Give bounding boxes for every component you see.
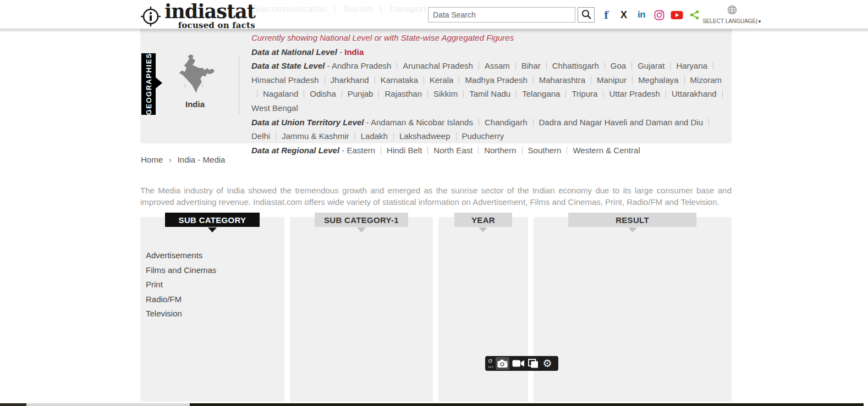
geo-item[interactable]: Kerala [430,75,453,85]
geo-item[interactable]: Punjab [348,89,373,98]
separator [456,132,457,140]
geo-item[interactable]: Goa [611,61,626,70]
geo-level: Data at National Level - India [251,45,730,59]
tab-year[interactable]: YEAR [454,213,512,227]
camera-icon[interactable] [496,357,509,370]
nav-item[interactable]: Transport [388,4,426,14]
geo-item[interactable]: Assam [485,61,510,70]
geo-item[interactable]: Jharkhand [331,75,369,85]
triangle-down-icon [628,227,637,232]
language-label: SELECT LANGUAGE|▼ [700,18,765,24]
language-selector[interactable]: SELECT LANGUAGE|▼ [700,5,765,24]
geo-item[interactable]: Maharashtra [539,75,585,85]
linkedin-icon[interactable]: in [633,9,650,21]
geo-item[interactable]: Jammu & Kashmir [282,131,349,141]
geo-item[interactable]: Karnataka [381,75,418,85]
nav-item[interactable]: Telecommunication [251,4,327,14]
geo-item[interactable]: Himachal Pradesh [251,75,319,85]
geo-item[interactable]: Meghalaya [638,75,678,85]
youtube-icon[interactable] [668,9,685,21]
facebook-icon[interactable]: f [597,9,615,21]
tab-sub-category[interactable]: SUB CATEGORY [165,213,260,227]
list-item[interactable]: Television [146,307,216,321]
geo-item[interactable]: Gujarat [638,61,664,70]
separator [393,132,394,140]
search-input[interactable] [428,7,575,23]
breadcrumb-home[interactable]: Home [141,155,163,164]
separator [463,90,464,98]
geo-item[interactable]: Dadra and Nagar Haveli and Daman and Diu [539,118,704,127]
geo-item[interactable]: Bihar [521,61,541,70]
search-button[interactable] [578,7,595,23]
geographies-arrow-icon [156,77,162,88]
separator [708,119,709,126]
triangle-down-icon [357,227,366,232]
geo-item[interactable]: Andaman & Nicobar Islands [371,118,473,127]
list-item[interactable]: Print [146,277,216,292]
geo-item[interactable]: Puducherry [462,131,504,141]
subcategory-list: AdvertisementsFilms and CinemasPrintRadi… [146,248,216,321]
top-nav: Telecommunication|Tourism|Transport [251,4,426,14]
subcategory-panel: AdvertisementsFilms and CinemasPrintRadi… [140,217,284,402]
list-item[interactable]: Films and Cinemas [146,263,216,278]
geo-item[interactable]: Sikkim [433,89,458,98]
geo-item[interactable]: Manipur [597,75,627,85]
geo-item[interactable]: Delhi [251,131,270,141]
video-record-icon[interactable] [510,357,526,370]
geo-item[interactable]: Eastern [347,146,375,155]
separator [427,147,428,154]
separator [257,90,257,98]
tab-result[interactable]: RESULT [568,213,696,227]
geo-item[interactable]: Andhra Pradesh [332,61,391,70]
geo-item[interactable]: North East [433,146,473,155]
search-icon [581,9,592,21]
tab-sub-category-1[interactable]: SUB CATEGORY-1 [315,213,408,227]
scrollbar-track[interactable] [26,403,190,406]
geo-item[interactable]: Odisha [310,89,336,98]
india-map[interactable]: India [169,52,221,109]
list-item[interactable]: Radio/FM [146,292,216,307]
separator [479,62,479,70]
geo-item[interactable]: Mizoram [690,75,722,85]
geo-item[interactable]: Uttarakhand [672,89,717,98]
geo-highlight[interactable]: India [344,47,364,57]
geo-level: Data at Union Territory Level - Andaman … [251,115,730,143]
geo-item[interactable]: Tripura [572,89,597,98]
india-map-icon [175,88,215,98]
capture-link-icon[interactable] [487,357,495,370]
x-twitter-icon[interactable]: X [615,9,633,21]
scrollbar-thumb-left[interactable] [0,403,26,406]
indiastat-logo[interactable]: indiastat focused on facts [139,3,255,30]
geo-item[interactable]: Uttar Pradesh [609,89,660,98]
copy-pages-icon[interactable] [526,357,540,370]
geo-item[interactable]: Tamil Nadu [469,89,510,98]
search-area [428,7,595,23]
geo-level-block: Currently showing National Level or with… [251,31,730,157]
separator [479,119,479,126]
geo-item[interactable]: Southern [528,146,562,155]
geo-item[interactable]: Lakshadweep [399,131,451,141]
geo-item[interactable]: Rajasthan [384,89,422,98]
list-item[interactable]: Advertisements [146,248,216,263]
geo-item[interactable]: Western & Central [573,146,640,155]
geo-item[interactable]: Haryana [676,61,707,70]
scrollbar-dark-track[interactable] [190,403,864,406]
geo-item[interactable]: Chhattisgarh [552,61,599,70]
triangle-down-icon [479,227,487,232]
geo-item[interactable]: Ladakh [361,131,388,141]
geo-item[interactable]: Nagaland [263,89,298,98]
geo-item[interactable]: Telangana [522,89,560,98]
nav-item[interactable]: Tourism [342,4,373,14]
instagram-icon[interactable] [650,9,668,21]
geo-item[interactable]: Northern [484,146,516,155]
geo-item[interactable]: Madhya Pradesh [465,75,527,85]
geo-item[interactable]: Hindi Belt [387,146,422,155]
globe-icon [727,7,737,16]
geographies-panel: GEOGRAPHIES India Currently showing Nati… [140,29,732,143]
geo-item[interactable]: Arunachal Pradesh [403,61,473,70]
brand-name: indiastat [164,3,255,20]
settings-gear-icon[interactable]: ⚙ [540,357,554,370]
geo-item[interactable]: Chandigarh [485,118,528,127]
geo-item[interactable]: West Bengal [251,103,298,113]
geographies-tab[interactable]: GEOGRAPHIES [141,53,156,115]
